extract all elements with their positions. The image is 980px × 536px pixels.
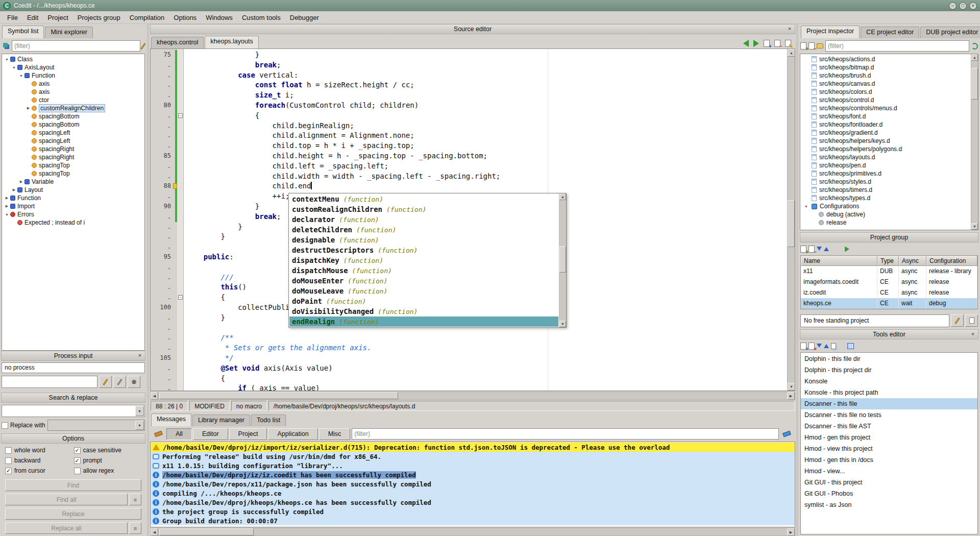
message-row[interactable]: icompiling /.../kheops/kheops.ce: [151, 489, 795, 498]
project-row-iz-coedit[interactable]: iz.coeditCEasyncrelease: [801, 287, 977, 298]
tool-item-dscanner-this-file-no-tests[interactable]: Dscanner - this file no tests: [801, 409, 977, 421]
project-file-src-kheops-colors-d[interactable]: src/kheops/colors.d: [800, 88, 978, 96]
kill-process-icon[interactable]: ⊗: [128, 376, 140, 388]
filter-project[interactable]: Project: [229, 428, 267, 440]
scrollbar-thumb[interactable]: [971, 68, 978, 100]
expander-icon[interactable]: ▼: [4, 58, 10, 61]
scroll-right-icon[interactable]: ▶: [787, 392, 795, 400]
menu-options[interactable]: Options: [169, 12, 201, 23]
edit-filter-icon[interactable]: [141, 43, 146, 49]
close-editor-panel-icon[interactable]: ×: [786, 26, 793, 33]
tab-project-inspector[interactable]: Project inspector: [801, 26, 860, 38]
fold-margin[interactable]: ––: [177, 49, 184, 391]
filter-all[interactable]: All: [166, 428, 192, 440]
source-editor[interactable]: 75....80....85..88.90....95....100....10…: [150, 48, 795, 391]
messages-horizontal-scrollbar[interactable]: ◀ ▶: [150, 528, 795, 536]
send-input-icon[interactable]: [99, 376, 112, 388]
expander-icon[interactable]: ▶: [4, 204, 10, 208]
project-file-src-kheops-helpers-polygons-d[interactable]: src/kheops/helpers/polygons.d: [800, 145, 978, 153]
filter-application[interactable]: Application: [268, 428, 317, 440]
message-row[interactable]: /home/basile/Dev/dproj/iz/import/iz/seri…: [151, 443, 795, 452]
completion-item-customrealignchildren[interactable]: customRealignChildren(function): [289, 204, 558, 214]
symbol-item-import[interactable]: ▶Import: [2, 202, 144, 210]
move-down-icon[interactable]: [817, 247, 822, 253]
message-options-icon[interactable]: [780, 428, 793, 440]
scrollbar-thumb[interactable]: [788, 200, 795, 247]
symbol-item-axis[interactable]: axis: [2, 80, 144, 88]
export-tools-icon[interactable]: [847, 343, 854, 349]
project-file-src-kheops-canvas-d[interactable]: src/kheops/canvas.d: [800, 80, 978, 88]
compile-group-icon[interactable]: [845, 246, 849, 252]
tab-symbol-list[interactable]: Symbol list: [2, 26, 44, 38]
menu-custom-tools[interactable]: Custom tools: [237, 12, 285, 23]
project-file-src-kheops-actions-d[interactable]: src/kheops/actions.d: [800, 55, 978, 63]
menu-project[interactable]: Project: [43, 12, 72, 23]
edit-document-icon[interactable]: ✎: [785, 40, 791, 47]
project-file-src-kheops-helpers-keys-d[interactable]: src/kheops/helpers/keys.d: [800, 137, 978, 145]
symbol-filter-input[interactable]: [12, 40, 140, 52]
tool-item-dolphin-this-project-dir[interactable]: Dolphin - this project dir: [801, 364, 977, 376]
move-tool-down-icon[interactable]: [817, 344, 822, 350]
project-file-src-kheops-styles-d[interactable]: src/kheops/styles.d: [800, 178, 978, 186]
menu-compilation[interactable]: Compilation: [125, 12, 169, 23]
message-row[interactable]: x11 1.0.15: building configuration "libr…: [151, 461, 795, 470]
editor-tab-kheops-layouts[interactable]: kheops.layouts: [205, 36, 258, 48]
checkbox-prompt[interactable]: ✓prompt: [74, 457, 142, 464]
menu-debugger[interactable]: Debugger: [285, 12, 324, 23]
clear-messages-icon[interactable]: [152, 428, 165, 440]
column-header-async[interactable]: Async: [899, 256, 926, 266]
replace-all-options-icon[interactable]: ≡: [129, 522, 141, 534]
message-row[interactable]: i/home/basile/Dev/repos/x11/package.json…: [151, 479, 795, 489]
replace-all-button[interactable]: Replace all: [5, 522, 128, 534]
inspector-filter-input[interactable]: [825, 40, 969, 52]
editor-horizontal-scrollbar[interactable]: ◀ ▶: [150, 392, 795, 400]
refresh-icon[interactable]: [971, 43, 978, 50]
checkbox-from-cursor[interactable]: ✓from cursor: [5, 467, 73, 474]
project-file-src-kheops-controls-menus-d[interactable]: src/kheops/controls/menus.d: [800, 104, 978, 112]
column-header-configuration[interactable]: Configuration: [926, 256, 977, 266]
open-folder-icon[interactable]: [817, 43, 823, 48]
edit-free-project-icon[interactable]: [951, 314, 964, 327]
remove-tool-icon[interactable]: ×: [808, 343, 815, 350]
symbol-item-spacingright[interactable]: spacingRight: [2, 153, 144, 161]
expander-icon[interactable]: ▼: [803, 205, 809, 208]
add-tool-icon[interactable]: +: [800, 343, 806, 350]
symbol-item-ctor[interactable]: ctor: [2, 96, 144, 104]
tool-item-konsole[interactable]: Konsole: [801, 376, 977, 387]
symbol-item-spacingtop[interactable]: spacingTop: [2, 161, 144, 169]
filter-editor[interactable]: Editor: [193, 428, 228, 440]
scroll-right-icon[interactable]: ▶: [787, 528, 795, 536]
close-panel-icon[interactable]: ×: [136, 352, 143, 359]
scrollbar-thumb[interactable]: [159, 528, 254, 535]
move-tool-up-icon[interactable]: [824, 342, 829, 348]
symbol-item-spacingtop[interactable]: spacingTop: [2, 169, 144, 178]
completion-item-dispatchmouse[interactable]: dispatchMouse(function): [289, 265, 558, 276]
expander-icon[interactable]: ▶: [18, 180, 24, 184]
configuration-debug-active[interactable]: debug (active): [800, 210, 978, 218]
expander-icon[interactable]: ▼: [4, 213, 10, 216]
fold-marker[interactable]: –: [178, 295, 183, 300]
message-filter-input[interactable]: [352, 428, 779, 440]
menu-windows[interactable]: Windows: [201, 12, 237, 23]
symbol-item-spacingbottom[interactable]: spacingBottom: [2, 112, 144, 120]
completion-item-destructdescriptors[interactable]: destructDescriptors(function): [289, 245, 558, 255]
tab-ce-project-editor[interactable]: CE project editor: [861, 27, 919, 38]
checkbox-whole-word[interactable]: whole word: [5, 447, 73, 454]
scrollbar-thumb[interactable]: [159, 392, 398, 399]
scroll-up-icon[interactable]: ▲: [971, 54, 978, 61]
fold-marker[interactable]: –: [178, 113, 183, 118]
checkbox-case-sensitive[interactable]: ✓case sensitive: [74, 447, 142, 454]
tool-item-git-gui-phobos[interactable]: Git GUI - Phobos: [801, 488, 977, 499]
expander-icon[interactable]: ▼: [11, 66, 17, 69]
remove-project-icon[interactable]: −: [808, 246, 815, 253]
find-all-options-icon[interactable]: ≡: [129, 494, 141, 505]
symbol-item-spacingbottom[interactable]: spacingBottom: [2, 120, 144, 129]
chevron-down-icon[interactable]: ▼: [135, 406, 144, 416]
menu-edit[interactable]: Edit: [22, 12, 43, 23]
completion-item-dovisibilitychanged[interactable]: doVisibilityChanged(function): [289, 306, 558, 316]
nav-forward-icon[interactable]: [753, 40, 759, 47]
message-row[interactable]: ithe project group is successfully compi…: [151, 507, 795, 516]
symbol-item-function[interactable]: ▶Function: [2, 194, 144, 202]
symbol-item-class[interactable]: ▼Class: [2, 55, 144, 63]
project-file-src-kheops-layouts-d[interactable]: src/kheops/layouts.d: [800, 153, 978, 161]
